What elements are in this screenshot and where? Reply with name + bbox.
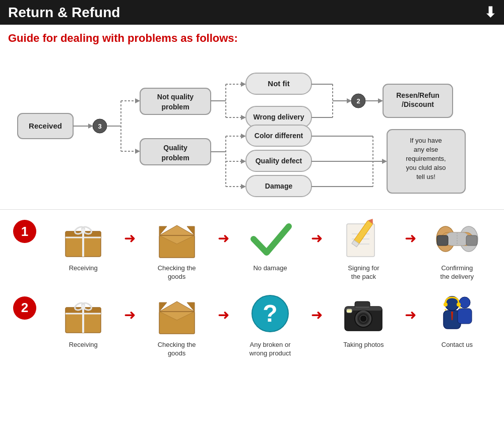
svg-marker-35 bbox=[241, 159, 246, 164]
step-row-1: 1 Receiving bbox=[8, 215, 496, 281]
svg-rect-114 bbox=[345, 307, 382, 311]
step-2-item-broken: ? Any broken orwrong product bbox=[231, 291, 309, 358]
step-1-item-confirming: Confirmingthe delivery bbox=[418, 215, 496, 281]
svg-text:problem: problem bbox=[161, 103, 189, 111]
step-2-arrow-2: ➜ bbox=[218, 291, 229, 323]
svg-text:Damage: Damage bbox=[265, 182, 293, 190]
svg-text:Color different: Color different bbox=[255, 132, 303, 140]
step-1-item-signing: Signing forthe pack bbox=[325, 215, 402, 281]
step-1-icon-confirming bbox=[432, 215, 482, 260]
step-2-item-photos: Taking photos bbox=[325, 291, 402, 349]
guide-title: Guide for dealing with problems as follo… bbox=[8, 32, 496, 45]
step-1-label-nodamage: No damage bbox=[253, 264, 287, 273]
svg-marker-50 bbox=[378, 98, 383, 103]
svg-text:/Discount: /Discount bbox=[402, 100, 434, 108]
step-1-label-signing: Signing forthe pack bbox=[348, 264, 379, 281]
step-2-items: Receiving ➜ Checking thegoods ➜ bbox=[44, 291, 496, 358]
step-2-label-receiving: Receiving bbox=[69, 341, 98, 349]
svg-text:tell us!: tell us! bbox=[416, 173, 435, 180]
svg-marker-21 bbox=[241, 82, 246, 87]
svg-marker-9 bbox=[135, 98, 140, 103]
step-1-arrow-2: ➜ bbox=[218, 215, 229, 247]
header: Return & Refund ⬇ bbox=[0, 0, 504, 25]
svg-text:any else: any else bbox=[414, 146, 438, 153]
step-2-icon-photos bbox=[338, 291, 389, 337]
step-1-item-checking: Checking thegoods bbox=[138, 215, 215, 281]
svg-rect-118 bbox=[458, 309, 472, 324]
step-1-icon-receiving bbox=[58, 215, 108, 260]
step-number-2: 2 bbox=[13, 296, 36, 320]
svg-point-117 bbox=[459, 297, 470, 308]
step-2-label-contact: Contact us bbox=[442, 341, 473, 349]
svg-text:problem: problem bbox=[161, 154, 189, 162]
step-2-label-photos: Taking photos bbox=[343, 341, 384, 349]
svg-text:Resen/Refun: Resen/Refun bbox=[396, 91, 439, 99]
step-2-icon-contact bbox=[432, 291, 482, 337]
svg-marker-31 bbox=[241, 134, 246, 139]
svg-point-119 bbox=[444, 302, 448, 307]
steps-section: 1 Receiving bbox=[0, 209, 504, 376]
step-2-arrow-1: ➜ bbox=[124, 291, 136, 323]
svg-text:Wrong delivery: Wrong delivery bbox=[254, 113, 304, 121]
step-2-item-contact: Contact us bbox=[418, 291, 496, 349]
step-2-icon-receiving bbox=[58, 291, 108, 337]
step-1-label-receiving: Receiving bbox=[69, 264, 98, 273]
svg-text:Quality: Quality bbox=[163, 144, 187, 152]
step-2-icon-broken: ? bbox=[245, 291, 295, 337]
svg-text:2: 2 bbox=[356, 97, 360, 105]
step-1-items: Receiving ➜ bbox=[44, 215, 496, 281]
step-1-arrow-4: ➜ bbox=[405, 215, 416, 247]
step-1-label-confirming: Confirmingthe delivery bbox=[440, 264, 474, 281]
svg-marker-25 bbox=[241, 115, 246, 120]
svg-point-72 bbox=[81, 229, 85, 233]
svg-text:Not fit: Not fit bbox=[268, 79, 289, 88]
step-2-label-broken: Any broken orwrong product bbox=[249, 341, 291, 358]
step-1-arrow-1: ➜ bbox=[124, 215, 136, 247]
step-2-arrow-3: ➜ bbox=[311, 291, 323, 323]
step-2-label-checking: Checking thegoods bbox=[158, 341, 196, 358]
flowchart: Received 3 Not quality problem Quality p… bbox=[8, 53, 496, 204]
step-2-item-checking: Checking thegoods bbox=[138, 291, 215, 358]
step-2-icon-checking bbox=[152, 291, 202, 337]
step-1-icon-nodamage bbox=[245, 215, 295, 260]
svg-point-99 bbox=[81, 305, 85, 309]
svg-marker-59 bbox=[382, 159, 387, 164]
svg-text:Received: Received bbox=[29, 122, 62, 130]
header-title: Return & Refund bbox=[8, 5, 120, 21]
svg-point-112 bbox=[360, 315, 367, 322]
step-row-2: 2 Receiving ➜ bbox=[8, 291, 496, 358]
step-number-1: 1 bbox=[13, 220, 36, 243]
step-1-label-checking: Checking thegoods bbox=[158, 264, 196, 281]
step-2-arrow-4: ➜ bbox=[405, 291, 416, 323]
svg-rect-92 bbox=[466, 235, 477, 246]
svg-text:If you have: If you have bbox=[410, 137, 442, 144]
step-1-icon-checking bbox=[152, 215, 202, 260]
step-1-item-nodamage: No damage bbox=[231, 215, 309, 273]
header-arrow: ⬇ bbox=[484, 4, 496, 21]
step-1-arrow-3: ➜ bbox=[311, 215, 323, 247]
guide-section: Guide for dealing with problems as follo… bbox=[0, 25, 504, 204]
svg-text:you cluld also: you cluld also bbox=[406, 164, 446, 171]
svg-text:3: 3 bbox=[98, 123, 101, 130]
svg-text:?: ? bbox=[263, 300, 277, 327]
svg-text:Not quality: Not quality bbox=[157, 93, 194, 101]
svg-text:Quality defect: Quality defect bbox=[256, 157, 302, 165]
svg-rect-91 bbox=[437, 235, 448, 246]
step-2-item-receiving: Receiving bbox=[44, 291, 122, 349]
svg-text:requirements,: requirements, bbox=[406, 155, 446, 162]
step-1-item-receiving: Receiving bbox=[44, 215, 122, 273]
svg-marker-14 bbox=[135, 149, 140, 154]
step-1-icon-signing bbox=[338, 215, 389, 260]
svg-marker-39 bbox=[241, 184, 246, 189]
